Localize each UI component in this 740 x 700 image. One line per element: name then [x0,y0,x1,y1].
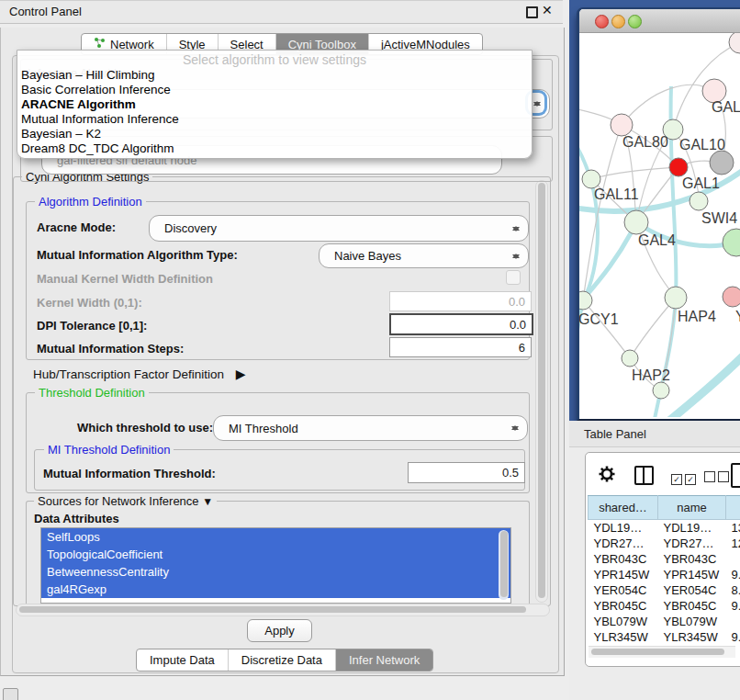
control-panel-titlebar: Control Panel ✕ [0,0,563,24]
node-label: GAL1 [682,175,720,191]
combo-spinner-icon [511,222,520,235]
list-item[interactable]: SelfLoops [41,528,510,546]
threshold-definition-title: Threshold Definition [35,386,149,400]
node-label: GAL [712,99,740,115]
which-threshold-combobox[interactable]: MI Threshold [213,415,528,441]
list-item[interactable]: gal4RGexp [41,581,510,598]
network-node[interactable] [653,382,669,399]
combo-spinner-icon [511,250,520,263]
minimized-panel-icon[interactable] [3,688,18,700]
columns-icon[interactable] [634,466,654,485]
mi-steps-label: Mutual Information Steps: [37,342,184,356]
popup-item[interactable]: Mutual Information Inference [21,112,179,127]
combo-spinner-icon [533,97,541,110]
checked-boxes-icon[interactable]: ✓✓ [671,469,699,486]
screenshot-root: Control Panel ✕ NetworkStyleSelectCyni T… [0,0,740,700]
popup-item[interactable]: ARACNE Algorithm [21,97,136,112]
mi-threshold-label: Mutual Information Threshold: [43,467,216,480]
table-row[interactable]: YBR045CYBR045C9. [589,598,740,614]
settings-vscrollbar[interactable] [535,180,548,603]
attribute-table-wrap: shared…name YDL19…YDL19…13YDR27…YDR27…12… [588,495,740,645]
mi-type-combobox[interactable]: Naive Bayes [319,243,529,268]
node-label: Y [735,309,740,324]
table-row[interactable]: YER054CYER054C8. [589,582,740,598]
network-node[interactable] [710,151,734,175]
table-column-header[interactable]: shared… [589,496,658,520]
kernel-width-label: Kernel Width (0,1): [37,296,142,310]
table-hscrollbar[interactable] [589,646,735,658]
attribute-table[interactable]: shared…name YDL19…YDL19…13YDR27…YDR27…12… [588,495,740,645]
mi-steps-field[interactable]: 6 [389,337,532,357]
network-window-titlebar[interactable] [579,9,740,33]
tab-discretize-data[interactable]: Discretize Data [229,649,336,671]
network-node[interactable] [582,170,600,188]
dpi-tolerance-label: DPI Tolerance [0,1]: [37,319,147,333]
network-node[interactable] [622,350,638,367]
tab-impute-data[interactable]: Impute Data [137,649,229,671]
collapse-down-icon: ▼ [202,495,213,508]
node-label: HAP2 [632,367,670,383]
bottom-tabs: Impute DataDiscretize DataInfer Network [136,649,433,672]
gear-icon[interactable] [598,465,616,487]
list-item[interactable]: BetweennessCentrality [41,563,510,581]
algorithm-popup: Select algorithm to view settings Bayesi… [17,50,533,159]
table-panel-titlebar: Table Panel [569,421,740,447]
unchecked-boxes-icon[interactable] [704,469,732,486]
zoom-window-icon[interactable] [628,15,642,28]
network-node[interactable] [624,210,648,234]
network-node[interactable] [690,192,708,210]
apply-button[interactable]: Apply [247,619,312,642]
control-panel-title: Control Panel [9,5,82,18]
node-label: SWI4 [701,210,737,226]
page-icon[interactable] [731,463,740,488]
node-label: GAL11 [594,186,639,202]
close-panel-icon[interactable]: ✕ [542,3,553,17]
float-panel-icon[interactable] [526,6,538,18]
list-item[interactable]: TopologicalCoefficient [41,546,510,563]
minimize-window-icon[interactable] [611,15,625,28]
node-label: GAL4 [638,232,676,248]
network-node[interactable] [611,114,633,136]
expand-right-icon: ▶ [236,367,246,381]
list-vscrollbar[interactable] [499,530,509,600]
settings-hscrollbar[interactable] [16,604,550,616]
mi-threshold-field[interactable]: 0.5 [408,462,525,483]
table-row[interactable]: YLR345WYLR345W9. [589,629,740,645]
sources-title[interactable]: Sources for Network Inference ▼ [34,494,217,508]
network-node[interactable] [669,158,688,176]
network-canvas[interactable]: GALGAL80GAL10GAL1GAL11SWI4GAL4GCY1HAP4YH… [579,33,740,417]
table-row[interactable]: YBR043CYBR043C [589,551,740,567]
network-node[interactable] [723,287,740,307]
table-panel-box: ✓✓ shared…name YDL19…YDL19…13YDR27…YDR27… [585,452,740,667]
network-node[interactable] [729,33,740,53]
popup-item[interactable]: Bayesian – Hill Climbing [21,68,155,83]
table-column-header[interactable]: name [658,496,726,520]
aracne-mode-label: Aracne Mode: [37,220,116,234]
network-node[interactable] [723,229,740,256]
dpi-tolerance-field[interactable]: 0.0 [389,313,533,335]
manual-kernel-checkbox[interactable] [506,270,521,285]
hub-definition-toggle[interactable]: Hub/Transcription Factor Definition ▶ [33,367,246,381]
aracne-mode-combobox[interactable]: Discovery [149,215,529,242]
popup-item[interactable]: Bayesian – K2 [21,127,101,141]
network-node[interactable] [665,287,687,309]
node-label: GCY1 [579,311,619,327]
table-column-header[interactable] [726,496,740,520]
network-node-labels: GALGAL80GAL10GAL1GAL11SWI4GAL4GCY1HAP4YH… [579,99,740,383]
kernel-width-field[interactable]: 0.0 [389,291,532,311]
table-row[interactable]: YPR145WYPR145W9. [589,567,740,582]
which-threshold-label: Which threshold to use: [77,421,213,435]
tab-infer-network[interactable]: Infer Network [336,649,432,671]
popup-item[interactable]: Dream8 DC_TDC Algorithm [21,141,174,156]
mi-threshold-group-title: MI Threshold Definition [44,443,174,457]
table-row[interactable]: YBL079WYBL079W [589,614,740,629]
table-row[interactable]: YDL19…YDL19…13 [589,520,740,536]
data-attributes-list[interactable]: SelfLoopsTopologicalCoefficientBetweenne… [40,527,511,604]
node-label: GAL80 [622,134,668,150]
algorithm-definition-title: Algorithm Definition [35,195,146,209]
close-window-icon[interactable] [595,15,609,28]
table-panel-title: Table Panel [584,427,646,441]
table-row[interactable]: YDR27…YDR27…12 [589,536,740,551]
popup-item[interactable]: Basic Correlation Inference [21,83,171,97]
node-label: GAL10 [679,137,725,152]
